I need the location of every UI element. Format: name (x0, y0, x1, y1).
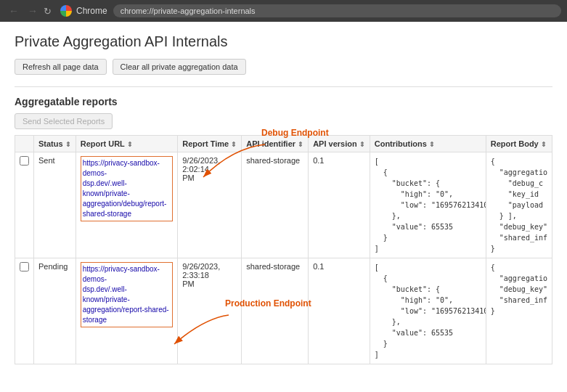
table-row: Sent https://privacy-sandbox-demos-dsp.d… (15, 152, 552, 258)
row1-url: https://privacy-sandbox-demos-dsp.dev/.w… (76, 152, 178, 258)
col-url[interactable]: Report URL ⇕ (76, 136, 178, 152)
row2-time: 9/26/2023,2:33:18PM (178, 258, 242, 364)
row2-api-id: shared-storage (242, 258, 309, 364)
col-api-id[interactable]: API identifier ⇕ (242, 136, 309, 152)
row2-api-version: 0.1 (309, 258, 370, 364)
browser-refresh-button[interactable]: ↻ (44, 6, 52, 17)
row1-contributions: [ { "bucket": { "high": "0", "low": "169… (370, 152, 486, 258)
row1-api-version: 0.1 (309, 152, 370, 258)
row1-checkbox-input[interactable] (20, 156, 29, 166)
col-api-version[interactable]: API version ⇕ (309, 136, 370, 152)
col-time[interactable]: Report Time ⇕ (178, 136, 242, 152)
row1-status: Sent (34, 152, 76, 258)
col-checkbox (15, 136, 34, 152)
row1-api-id: shared-storage (242, 152, 309, 258)
send-selected-button[interactable]: Send Selected Reports (15, 113, 113, 129)
refresh-page-button[interactable]: Refresh all page data (15, 59, 107, 75)
address-bar[interactable]: chrome://private-aggregation-internals (113, 4, 561, 17)
row2-contributions: [ { "bucket": { "high": "0", "low": "169… (370, 258, 486, 364)
row1-report-body: { "aggregatio "debug_c "key_id "payload … (486, 152, 552, 258)
row2-url: https://privacy-sandbox-demos-dsp.dev/.w… (76, 258, 178, 364)
col-contributions[interactable]: Contributions ⇕ (370, 136, 486, 152)
row2-url-box: https://privacy-sandbox-demos-dsp.dev/.w… (81, 262, 174, 327)
chrome-icon (60, 5, 72, 17)
table-header-row: Status ⇕ Report URL ⇕ Report Time ⇕ API … (15, 136, 552, 152)
row2-status: Pending (34, 258, 76, 364)
table-row: Pending https://privacy-sandbox-demos-ds… (15, 258, 552, 364)
back-button[interactable]: ← (6, 4, 22, 18)
divider (15, 86, 552, 87)
clear-data-button[interactable]: Clear all private aggregation data (113, 59, 246, 75)
reports-table: Status ⇕ Report URL ⇕ Report Time ⇕ API … (15, 135, 552, 364)
top-buttons: Refresh all page data Clear all private … (15, 59, 552, 75)
table-wrapper: Debug Endpoint Production Endpoint (15, 135, 552, 364)
row1-url-box: https://privacy-sandbox-demos-dsp.dev/.w… (81, 156, 174, 221)
page-title: Private Aggregation API Internals (15, 33, 552, 50)
tab-area: Chrome (60, 5, 107, 17)
row1-checkbox[interactable] (15, 152, 34, 258)
col-report-body[interactable]: Report Body ⇕ (486, 136, 552, 152)
nav-buttons: ← → ↻ (6, 4, 52, 18)
col-status[interactable]: Status ⇕ (34, 136, 76, 152)
forward-button[interactable]: → (25, 4, 41, 18)
row2-report-body: { "aggregatio "debug_key" "shared_inf } (486, 258, 552, 364)
section-title: Aggregatable reports (15, 96, 552, 107)
browser-bar: ← → ↻ Chrome chrome://private-aggregatio… (0, 0, 567, 22)
tab-label: Chrome (76, 6, 107, 16)
row1-time: 9/26/2023,2:02:14PM (178, 152, 242, 258)
page-content: Private Aggregation API Internals Refres… (0, 22, 567, 376)
row2-checkbox[interactable] (15, 258, 34, 364)
row2-checkbox-input[interactable] (20, 262, 29, 271)
